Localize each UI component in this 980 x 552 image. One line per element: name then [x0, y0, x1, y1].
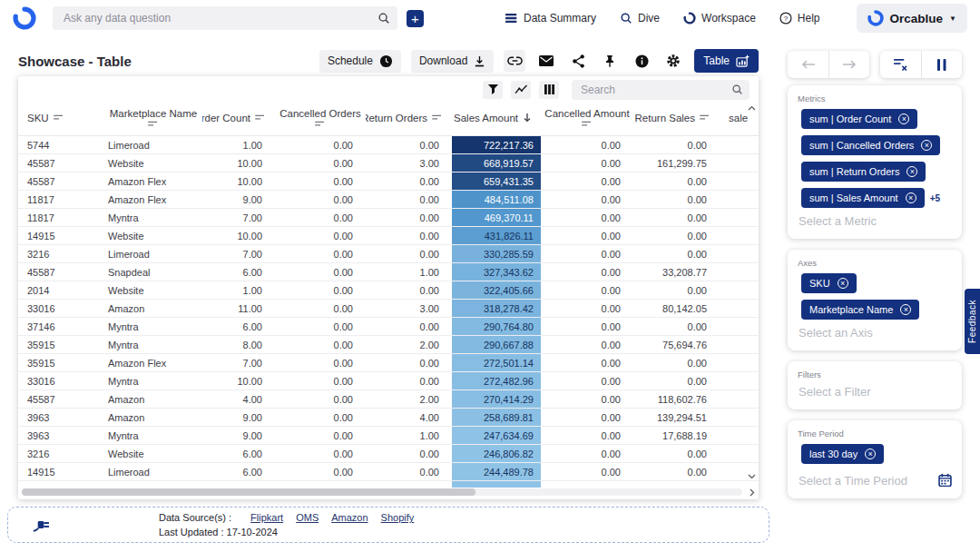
account-menu-button[interactable]: Orcablue ▼: [857, 4, 967, 33]
scroll-down-icon[interactable]: [748, 474, 756, 479]
table-row[interactable]: 45587Website10.000.003.00668,919.570.001…: [18, 154, 759, 172]
calendar-icon[interactable]: [938, 473, 952, 487]
chip-close-icon[interactable]: ×: [900, 304, 911, 315]
table-view-button[interactable]: Table: [694, 49, 759, 73]
nav-dive[interactable]: Dive: [620, 12, 660, 25]
download-button[interactable]: Download: [411, 50, 494, 73]
pin-icon: [604, 54, 615, 68]
time-period-panel: Time Period last 30 day× Select a Time P…: [788, 420, 962, 498]
source-link[interactable]: Shopify: [381, 512, 415, 523]
select-axis-placeholder[interactable]: Select an Axis: [799, 326, 952, 340]
sort-icon[interactable]: [54, 114, 64, 122]
nav-data-summary[interactable]: Data Summary: [505, 12, 596, 25]
cell-marketplace: Website: [104, 227, 202, 244]
table-row[interactable]: 33016Myntra10.000.000.00272,482.960.000.…: [18, 372, 759, 390]
table-row[interactable]: 2014Website1.000.000.00322,405.660.000.0…: [18, 281, 759, 300]
cell-cancelled_orders: 0.00: [275, 191, 366, 208]
schedule-button[interactable]: Schedule: [319, 50, 401, 73]
chip-close-icon[interactable]: ×: [865, 448, 876, 459]
select-metric-placeholder[interactable]: Select a Metric: [799, 214, 952, 228]
column-header-sales-amount[interactable]: Sales Amount: [452, 100, 541, 135]
sort-icon[interactable]: [315, 121, 326, 128]
table-row[interactable]: 14915Website10.000.000.00431,826.110.000…: [18, 227, 759, 245]
settings-button[interactable]: [662, 50, 684, 72]
column-header-order-count[interactable]: Order Count: [202, 100, 275, 135]
ask-question-input[interactable]: [53, 6, 397, 30]
cell-sku: 45587: [18, 263, 104, 281]
sort-icon[interactable]: [148, 121, 159, 128]
info-button[interactable]: [631, 50, 652, 72]
table-row[interactable]: 3216Limeroad7.000.000.00330,285.590.000.…: [18, 245, 759, 263]
table-row[interactable]: 5744Limeroad1.000.000.00722,217.360.000.…: [18, 136, 759, 154]
more-metrics-badge[interactable]: +5: [930, 193, 940, 203]
columns-button[interactable]: [539, 81, 559, 99]
table-row[interactable]: 37146Myntra6.000.000.00290,764.800.000.0…: [18, 318, 759, 336]
horizontal-scrollbar[interactable]: [22, 488, 742, 496]
scroll-up-icon[interactable]: [748, 105, 756, 111]
chip-close-icon[interactable]: ×: [921, 140, 932, 151]
chip-close-icon[interactable]: ×: [906, 192, 916, 203]
forward-button[interactable]: [828, 51, 869, 78]
table-row[interactable]: 45587Amazon4.000.002.00270,414.290.00118…: [18, 390, 759, 409]
back-button[interactable]: [788, 51, 828, 78]
share-button[interactable]: [567, 50, 589, 72]
sort-icon[interactable]: [255, 114, 266, 122]
column-header-cancelled-amount[interactable]: Cancelled Amount: [541, 100, 633, 135]
column-header-sku[interactable]: SKU: [18, 100, 104, 135]
table-row[interactable]: 33016Amazon11.000.003.00318,278.420.0080…: [18, 300, 759, 318]
table-search-input[interactable]: [572, 80, 750, 100]
chip[interactable]: last 30 day×: [801, 444, 884, 464]
chip-close-icon[interactable]: ×: [838, 278, 848, 289]
add-button[interactable]: +: [407, 10, 424, 27]
column-header-return-sales[interactable]: Return Sales: [633, 100, 720, 135]
chip[interactable]: sum | Order Count×: [801, 109, 917, 129]
table-row[interactable]: 11817Amazon Flex9.000.000.00484,511.080.…: [18, 191, 759, 209]
column-header-cancelled-orders[interactable]: Cancelled Orders: [275, 100, 366, 135]
sort-icon[interactable]: [700, 114, 710, 122]
data-source-plug-icon: [32, 517, 52, 533]
table-row[interactable]: 3963Amazon9.000.004.00258,689.810.00139,…: [18, 409, 759, 427]
source-link[interactable]: OMS: [296, 512, 318, 523]
chip[interactable]: sum | Sales Amount×: [801, 188, 925, 208]
chip[interactable]: SKU×: [801, 273, 857, 293]
email-button[interactable]: [535, 50, 557, 72]
feedback-tab[interactable]: Feedback: [965, 289, 980, 354]
pin-button[interactable]: [599, 50, 621, 72]
pause-button[interactable]: [921, 51, 962, 78]
table-row[interactable]: 45587Snapdeal6.000.001.00327,343.620.003…: [18, 263, 759, 281]
table-row[interactable]: 35915Myntra8.000.002.00290,667.880.0075,…: [18, 336, 759, 354]
chip[interactable]: Marketplace Name×: [801, 300, 919, 320]
chip[interactable]: sum | Cancelled Orders×: [801, 135, 940, 155]
select-filter-placeholder[interactable]: Select a Filter: [799, 385, 952, 399]
table-row[interactable]: 3963Myntra9.000.001.00247,634.690.0017,6…: [18, 427, 759, 445]
clear-sort-button[interactable]: [880, 51, 921, 78]
scrollbar-thumb[interactable]: [22, 488, 475, 496]
chip-close-icon[interactable]: ×: [898, 113, 909, 124]
source-link[interactable]: Flipkart: [250, 512, 283, 523]
heatmap-cell: 272,501.14: [452, 354, 541, 371]
column-header-sales-quantity[interactable]: sales qua: [720, 100, 748, 135]
table-row[interactable]: 14915Limeroad6.000.000.00244,489.780.000…: [18, 463, 759, 481]
table-row[interactable]: 35915Amazon Flex7.000.000.00272,501.140.…: [18, 354, 759, 372]
sort-icon[interactable]: [582, 121, 593, 128]
nav-help[interactable]: ? Help: [779, 12, 820, 25]
filter-button[interactable]: [483, 81, 503, 99]
copy-link-button[interactable]: [504, 50, 525, 72]
column-header-return-orders[interactable]: Return Orders: [366, 100, 452, 135]
chip[interactable]: sum | Return Orders×: [801, 162, 926, 182]
source-link[interactable]: Amazon: [331, 512, 368, 523]
scroll-right-icon[interactable]: [750, 488, 755, 497]
table-row[interactable]: 11817Myntra7.000.000.00469,370.110.000.0…: [18, 209, 759, 227]
column-header-marketplace-name[interactable]: Marketplace Name: [104, 100, 202, 135]
nav-workspace[interactable]: Workspace: [683, 12, 756, 25]
chip-close-icon[interactable]: ×: [906, 166, 917, 177]
clock-icon: [379, 54, 393, 68]
sort-icon[interactable]: [432, 114, 443, 122]
table-row[interactable]: 3216Website6.000.000.00246,806.820.000.0…: [18, 445, 759, 463]
select-time-period-placeholder[interactable]: Select a Time Period: [799, 474, 907, 488]
trend-toggle-button[interactable]: [511, 81, 531, 99]
sort-desc-arrow-icon[interactable]: [523, 113, 532, 123]
nav-label: Workspace: [701, 12, 756, 25]
search-icon[interactable]: [377, 12, 390, 25]
table-row[interactable]: 45587Amazon Flex10.000.000.00659,431.350…: [18, 172, 759, 191]
